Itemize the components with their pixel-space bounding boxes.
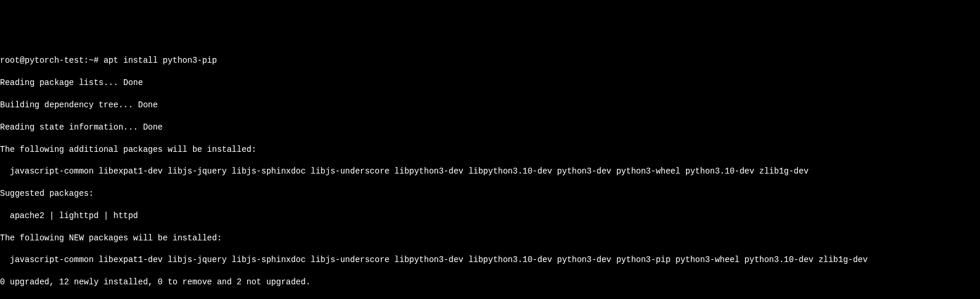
terminal-line: The following additional packages will b… <box>0 144 980 155</box>
terminal-line: Suggested packages: <box>0 188 980 199</box>
terminal-window[interactable]: root@pytorch-test:~# apt install python3… <box>0 45 980 299</box>
terminal-line: Reading package lists... Done <box>0 77 980 89</box>
terminal-line: javascript-common libexpat1-dev libjs-jq… <box>0 166 980 177</box>
terminal-line: Building dependency tree... Done <box>0 100 980 111</box>
terminal-line: Reading state information... Done <box>0 122 980 133</box>
terminal-line: 0 upgraded, 12 newly installed, 0 to rem… <box>0 277 980 288</box>
terminal-line: root@pytorch-test:~# apt install python3… <box>0 55 980 66</box>
terminal-line: apache2 | lighttpd | httpd <box>0 210 980 222</box>
terminal-line: The following NEW packages will be insta… <box>0 233 980 244</box>
terminal-line: javascript-common libexpat1-dev libjs-jq… <box>0 254 980 266</box>
